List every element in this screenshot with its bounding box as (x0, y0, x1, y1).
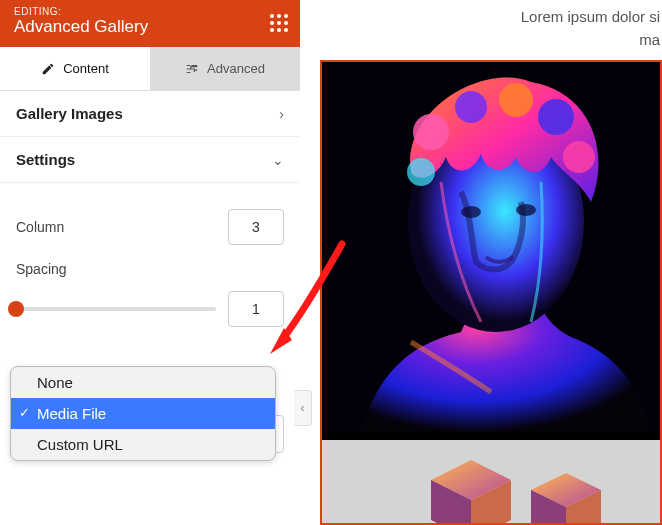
svg-point-8 (461, 206, 481, 218)
section-title: Settings (16, 151, 75, 168)
tab-advanced[interactable]: Advanced (150, 47, 300, 90)
chevron-down-icon: ⌄ (272, 152, 284, 168)
section-title: Gallery Images (16, 105, 123, 122)
canvas-preview: Lorem ipsum dolor si ma (300, 0, 662, 525)
svg-point-2 (413, 114, 449, 150)
tab-advanced-label: Advanced (207, 61, 265, 76)
spacing-slider[interactable] (16, 307, 216, 311)
svg-point-6 (563, 141, 595, 173)
section-gallery-images[interactable]: Gallery Images › (0, 91, 300, 137)
option-label: Custom URL (37, 436, 123, 453)
gallery-frame[interactable] (320, 60, 662, 525)
section-settings[interactable]: Settings ⌄ (0, 137, 300, 183)
column-row: Column (16, 209, 284, 245)
editing-label: EDITING: (14, 6, 286, 17)
svg-point-4 (499, 83, 533, 117)
link-to-dropdown[interactable]: None ✓ Media File Custom URL (10, 366, 276, 461)
column-input[interactable] (228, 209, 284, 245)
lorem-line: Lorem ipsum dolor si (300, 6, 660, 29)
dropdown-option-media-file[interactable]: ✓ Media File (11, 398, 275, 429)
spacing-label: Spacing (16, 261, 284, 277)
dropdown-option-none[interactable]: None (11, 367, 275, 398)
placeholder-text: Lorem ipsum dolor si ma (300, 0, 662, 51)
collapse-sidebar-button[interactable]: ‹ (294, 390, 312, 426)
spacing-input[interactable] (228, 291, 284, 327)
svg-point-5 (538, 99, 574, 135)
spacing-row (16, 291, 284, 327)
column-label: Column (16, 219, 64, 235)
tab-content[interactable]: Content (0, 47, 150, 90)
dropdown-option-custom-url[interactable]: Custom URL (11, 429, 275, 460)
chevron-left-icon: ‹ (301, 401, 305, 415)
gallery-image (322, 62, 660, 432)
gallery-image-2 (322, 440, 660, 525)
option-label: Media File (37, 405, 106, 422)
pencil-icon (41, 62, 55, 76)
tab-content-label: Content (63, 61, 109, 76)
check-icon: ✓ (19, 405, 30, 420)
svg-point-3 (455, 91, 487, 123)
lorem-line: ma (300, 29, 660, 52)
slider-thumb[interactable] (8, 301, 24, 317)
option-label: None (37, 374, 73, 391)
tabs: Content Advanced (0, 47, 300, 91)
chevron-right-icon: › (279, 106, 284, 122)
sliders-icon (185, 62, 199, 76)
svg-point-7 (407, 158, 435, 186)
svg-point-9 (516, 204, 536, 216)
drag-handle-icon[interactable] (270, 14, 288, 32)
widget-header: EDITING: Advanced Gallery (0, 0, 300, 47)
editor-sidebar: EDITING: Advanced Gallery Content Advanc… (0, 0, 300, 525)
widget-title: Advanced Gallery (14, 17, 286, 37)
